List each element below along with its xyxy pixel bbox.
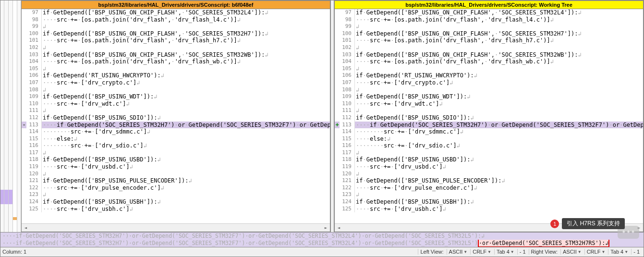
- code-text: ↲: [42, 65, 330, 73]
- code-text: ····src·+=·['drv_crypto.c']↲: [355, 79, 643, 86]
- line-number: 114: [26, 128, 42, 135]
- code-line[interactable]: 115····else:↲: [22, 135, 330, 143]
- code-line[interactable]: 114········src·+=·['drv_sdmmc.c']↲: [22, 128, 330, 135]
- code-line[interactable]: 104····src·+=·[os.path.join('drv_flash',…: [335, 58, 643, 65]
- right-code-area[interactable]: 97if·GetDepend(['BSP_USING_ON_CHIP_FLASH…: [335, 9, 643, 223]
- code-text: ····src·+=·['drv_crypto.c']↲: [42, 79, 330, 86]
- chevron-down-icon: ▼: [463, 250, 467, 254]
- code-line[interactable]: 125····src·+=·['drv_usbh.c']↲: [22, 206, 330, 213]
- code-line[interactable]: 120↲: [335, 171, 643, 178]
- code-line[interactable]: 97if·GetDepend(['BSP_USING_ON_CHIP_FLASH…: [22, 9, 330, 16]
- code-line[interactable]: 123↲: [335, 191, 643, 198]
- line-number: 105: [26, 65, 42, 73]
- line-number: 115: [26, 135, 42, 143]
- code-line[interactable]: 119····src·+=·['drv_usbd.c']↲: [22, 163, 330, 171]
- left-scrollbar[interactable]: ◄ ►: [22, 223, 330, 232]
- code-line[interactable]: +113····if·GetDepend('SOC_SERIES_STM32H7…: [335, 122, 643, 129]
- code-line[interactable]: 121if·GetDepend(['BSP_USING_PULSE_ENCODE…: [335, 177, 643, 184]
- diff-marker-empty: [335, 135, 340, 143]
- code-line[interactable]: 111↲: [22, 107, 330, 114]
- code-line[interactable]: 117↲: [335, 149, 643, 157]
- code-line[interactable]: 106if·GetDepend('RT_USING_HWCRYPTO'):↲: [335, 72, 643, 79]
- code-line[interactable]: 118if·GetDepend(['BSP_USING_USBD']):↲: [335, 156, 643, 163]
- code-line[interactable]: 120↲: [22, 171, 330, 178]
- code-line[interactable]: 112if·GetDepend(['BSP_USING_SDIO']):↲: [335, 114, 643, 122]
- code-line[interactable]: 98····src·+=·[os.path.join('drv_flash',·…: [335, 16, 643, 24]
- diff-marker-empty: [22, 51, 26, 59]
- line-number: 108: [340, 86, 355, 94]
- code-line[interactable]: 108↲: [22, 86, 330, 94]
- code-line[interactable]: 119····src·+=·['drv_usbd.c']↲: [335, 163, 643, 171]
- code-line[interactable]: 110····src·+=·['drv_wdt.c']↲: [335, 100, 643, 108]
- code-line[interactable]: 124if·GetDepend(['BSP_USING_USBH']):↲: [335, 198, 643, 206]
- code-line[interactable]: 100if·GetDepend(['BSP_USING_ON_CHIP_FLAS…: [335, 30, 643, 37]
- code-line[interactable]: 105↲: [22, 65, 330, 73]
- code-line[interactable]: 116········src·+=·['drv_sdio.c']↲: [335, 142, 643, 149]
- diff-new-text-a: ····if·GetDepend('SOC_SERIES_STM32H7')·o…: [2, 240, 478, 246]
- scroll-left-icon[interactable]: ◄: [335, 223, 343, 232]
- code-line[interactable]: 102↲: [335, 44, 643, 51]
- code-line[interactable]: 123↲: [22, 191, 330, 198]
- scroll-right-icon[interactable]: ►: [322, 223, 330, 232]
- left-code-area[interactable]: 97if·GetDepend(['BSP_USING_ON_CHIP_FLASH…: [22, 9, 330, 223]
- code-line[interactable]: 118if·GetDepend(['BSP_USING_USBD']):↲: [22, 156, 330, 163]
- code-line[interactable]: 108↲: [335, 86, 643, 94]
- code-line[interactable]: 97if·GetDepend(['BSP_USING_ON_CHIP_FLASH…: [335, 9, 643, 16]
- diff-marker-empty: [22, 23, 26, 30]
- diff-marker-empty: [335, 184, 340, 192]
- code-line[interactable]: 109if·GetDepend(['BSP_USING_WDT']):↲: [22, 93, 330, 100]
- code-line[interactable]: 109if·GetDepend(['BSP_USING_WDT']):↲: [335, 93, 643, 100]
- code-line[interactable]: 103if·GetDepend(['BSP_USING_ON_CHIP_FLAS…: [335, 51, 643, 59]
- code-line[interactable]: 107····src·+=·['drv_crypto.c']↲: [335, 79, 643, 86]
- line-number: 101: [26, 37, 42, 44]
- code-line[interactable]: 111↲: [335, 107, 643, 114]
- right-panel-title: bsp/stm32/libraries/HAL_Drivers/drivers/…: [335, 1, 643, 9]
- code-line[interactable]: 121if·GetDepend(['BSP_USING_PULSE_ENCODE…: [22, 177, 330, 184]
- code-line[interactable]: 122····src·+=·['drv_pulse_encoder.c']↲: [22, 184, 330, 192]
- code-text: ↲: [42, 107, 330, 114]
- diff-marker-empty: [22, 65, 26, 73]
- right-lineending-dropdown[interactable]: CRLF▼: [584, 249, 608, 255]
- diff-marker-empty: [335, 163, 340, 171]
- left-lineending-dropdown[interactable]: CRLF▼: [470, 249, 493, 255]
- code-line[interactable]: 103if·GetDepend(['BSP_USING_ON_CHIP_FLAS…: [22, 51, 330, 59]
- diff-marker-empty: [22, 44, 26, 51]
- right-tab-dropdown[interactable]: Tab 4▼: [608, 249, 630, 255]
- code-line[interactable]: 99↲: [335, 23, 643, 30]
- annotation-badge: 1 引入 H7RS 系列支持: [550, 218, 625, 229]
- overview-ruler[interactable]: [0, 0, 21, 232]
- code-line[interactable]: 116········src·+=·['drv_sdio.c']↲: [22, 142, 330, 149]
- code-line[interactable]: 112if·GetDepend(['BSP_USING_SDIO']):↲: [22, 114, 330, 122]
- left-encoding-dropdown[interactable]: ASCII▼: [447, 249, 470, 255]
- code-line[interactable]: 107····src·+=·['drv_crypto.c']↲: [22, 79, 330, 86]
- code-line[interactable]: 102↲: [22, 44, 330, 51]
- left-tab-dropdown[interactable]: Tab 4▼: [494, 249, 516, 255]
- left-panel: bsp/stm32/libraries/HAL_Drivers/drivers/…: [21, 0, 330, 232]
- code-line[interactable]: 125····src·+=·['drv_usbh.c']↲: [335, 206, 643, 213]
- code-line[interactable]: 100if·GetDepend(['BSP_USING_ON_CHIP_FLAS…: [22, 30, 330, 37]
- diff-marker-empty: [22, 206, 26, 213]
- diff-marker-empty: [22, 93, 26, 100]
- code-line[interactable]: 114········src·+=·['drv_sdmmc.c']↲: [335, 128, 643, 135]
- code-text: ↲: [42, 86, 330, 94]
- code-text: if·GetDepend(['BSP_USING_ON_CHIP_FLASH',…: [42, 30, 330, 37]
- right-encoding-dropdown[interactable]: ASCII▼: [560, 249, 583, 255]
- diff-marker-empty: [22, 149, 26, 157]
- code-line[interactable]: 101····src·+=·[os.path.join('drv_flash',…: [335, 37, 643, 44]
- code-line[interactable]: 105↲: [335, 65, 643, 73]
- panel-divider[interactable]: [330, 0, 334, 232]
- code-line[interactable]: 117↲: [22, 149, 330, 157]
- code-line[interactable]: 101····src·+=·[os.path.join('drv_flash',…: [22, 37, 330, 44]
- code-line[interactable]: 99↲: [22, 23, 330, 30]
- scroll-left-icon[interactable]: ◄: [22, 223, 30, 232]
- line-number: 120: [26, 171, 42, 178]
- code-line[interactable]: 106if·GetDepend('RT_USING_HWCRYPTO'):↲: [22, 72, 330, 79]
- line-number: 98: [340, 16, 355, 24]
- code-line[interactable]: -113····if·GetDepend('SOC_SERIES_STM32H7…: [22, 122, 330, 129]
- code-line[interactable]: 104····src·+=·[os.path.join('drv_flash',…: [22, 58, 330, 65]
- code-line[interactable]: 110····src·+=·['drv_wdt.c']↲: [22, 100, 330, 108]
- code-line[interactable]: 122····src·+=·['drv_pulse_encoder.c']↲: [335, 184, 643, 192]
- code-line[interactable]: 124if·GetDepend(['BSP_USING_USBH']):↲: [22, 198, 330, 206]
- code-line[interactable]: 115····else:↲: [335, 135, 643, 143]
- code-line[interactable]: 98····src·+=·[os.path.join('drv_flash',·…: [22, 16, 330, 24]
